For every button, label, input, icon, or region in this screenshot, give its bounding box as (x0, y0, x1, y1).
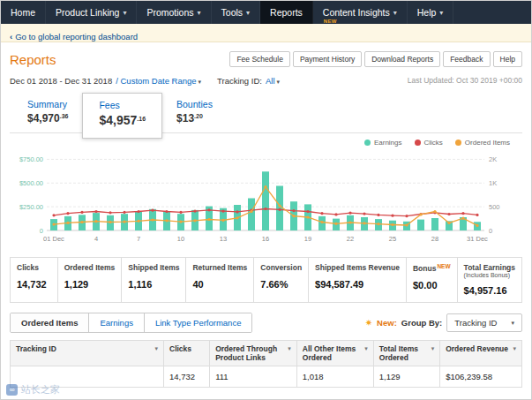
custom-date-range-dropdown[interactable]: / Custom Date Range▾ (116, 76, 201, 86)
amount: 13 (183, 112, 194, 125)
nav-reports[interactable]: Reports (260, 1, 313, 24)
table-row[interactable]: 14,732 111 1,018 1,129 $106,239.58 (11, 366, 522, 388)
new-badge: NEW (437, 263, 450, 269)
svg-text:0: 0 (489, 227, 492, 235)
stat-value: $4,957.16 (464, 285, 515, 296)
legend-ordered-items-label: Ordered Items (465, 139, 510, 147)
group-by-select[interactable]: Tracking ID▾ (446, 313, 522, 332)
global-dashboard-bar: ‹Go to global reporting dashboard (1, 24, 531, 42)
cell-all-other-items-ordered: 1,018 (296, 366, 373, 388)
tab-link-type-performance[interactable]: Link Type Performance (145, 313, 252, 332)
fees-tab-value: $4,957.16 (99, 113, 146, 127)
new-badge: NEW (324, 19, 337, 24)
stat-label: Returned Items (192, 263, 247, 272)
payment-history-button[interactable]: Payment History (293, 51, 362, 67)
nav-tools[interactable]: Tools▾ (212, 1, 261, 24)
tracking-id-value: All (266, 76, 275, 86)
caret-down-icon: ▾ (154, 345, 158, 353)
svg-text:2K: 2K (489, 155, 497, 163)
top-navigation: Home Product Linking▾ Promotions▾ Tools▾… (1, 1, 531, 24)
new-sparkle-icon: ✷ (365, 318, 372, 328)
earnings-chart-area: Earnings Clicks Ordered Items 00$250.005… (10, 137, 522, 252)
svg-text:4: 4 (94, 235, 98, 243)
feedback-button[interactable]: Feedback (443, 51, 490, 67)
stat-bonus: BonusNEW $0.00 (407, 258, 458, 302)
tracking-id-dropdown[interactable]: All▾ (266, 76, 280, 86)
col-all-other-items-ordered[interactable]: All Other Items Ordered▾ (296, 341, 373, 366)
col-ordered-revenue[interactable]: Ordered Revenue▾ (440, 341, 522, 366)
caret-down-icon: ▾ (513, 345, 516, 353)
report-tabs-row: Ordered Items Earnings Link Type Perform… (10, 313, 522, 333)
summary-tab-value: $4,970.36 (27, 112, 68, 125)
cents: .20 (194, 113, 203, 119)
caret-down-icon: ▾ (198, 9, 201, 17)
svg-text:25: 25 (389, 235, 396, 243)
caret-down-icon: ▾ (431, 345, 435, 362)
caret-down-icon: ▾ (288, 345, 291, 362)
stat-label: Clicks (17, 263, 39, 272)
summary-stats-bar: Clicks 14,732 Ordered Items 1,129 Shippe… (10, 257, 522, 303)
nav-content-insights-label: Content Insights (323, 7, 390, 18)
nav-product-linking[interactable]: Product Linking▾ (46, 1, 137, 24)
global-dashboard-link[interactable]: ‹Go to global reporting dashboard (10, 32, 138, 42)
fee-schedule-button[interactable]: Fee Schedule (229, 51, 289, 67)
ordered-items-table: Tracking ID▾ Clicks Ordered Through Prod… (10, 340, 522, 388)
group-by-value: Tracking ID (454, 318, 497, 328)
col-label: Ordered Through Product Links (215, 344, 286, 362)
legend-ordered-items[interactable]: Ordered Items (455, 139, 510, 147)
caret-down-icon: ▾ (439, 9, 443, 17)
col-clicks[interactable]: Clicks (164, 341, 210, 366)
stat-value: 14,732 (17, 279, 51, 290)
reports-content: Reports Fee Schedule Payment History Dow… (1, 42, 531, 388)
tab-fees[interactable]: Fees $4,957.16 (82, 93, 162, 139)
clicks-dot-icon (415, 140, 421, 146)
bounties-tab-value: $13.20 (176, 112, 213, 125)
nav-help[interactable]: Help▾ (408, 1, 454, 24)
caret-down-icon: ▾ (364, 345, 368, 362)
caret-down-icon: ▾ (511, 320, 514, 327)
col-total-items-ordered[interactable]: Total Items Ordered▾ (373, 341, 439, 366)
back-arrow-icon: ‹ (10, 32, 12, 42)
caret-down-icon: ▾ (277, 79, 281, 85)
svg-text:$250.00: $250.00 (19, 203, 43, 211)
last-updated-text: Last Updated: Oct 30 2019 +00:00 (408, 76, 522, 85)
custom-date-range-label: / Custom Date Range (116, 76, 196, 86)
summary-tab-row: Summary $4,970.36 Fees $4,957.16 Bountie… (10, 91, 522, 133)
legend-clicks[interactable]: Clicks (415, 139, 443, 147)
svg-text:01 Dec: 01 Dec (43, 235, 64, 243)
stat-conversion: Conversion 7.66% (254, 258, 309, 302)
legend-earnings[interactable]: Earnings (364, 139, 402, 147)
stat-returned-items: Returned Items 40 (186, 258, 254, 302)
tab-earnings[interactable]: Earnings (89, 313, 145, 332)
svg-text:1K: 1K (489, 179, 497, 187)
header-button-group: Fee Schedule Payment History Download Re… (229, 51, 522, 67)
tab-bounties[interactable]: Bounties $13.20 (162, 95, 227, 132)
nav-content-insights[interactable]: Content Insights▾NEW (313, 1, 408, 24)
page-title: Reports (10, 52, 56, 67)
cell-ordered-through-product-links: 111 (210, 366, 297, 388)
cell-tracking-id (11, 366, 164, 388)
earnings-dot-icon (364, 140, 371, 146)
col-ordered-through-product-links[interactable]: Ordered Through Product Links▾ (210, 341, 297, 366)
download-reports-button[interactable]: Download Reports (364, 51, 440, 67)
col-label: Clicks (169, 344, 191, 353)
col-label: Tracking ID (16, 344, 56, 353)
legend-earnings-label: Earnings (374, 139, 402, 147)
date-range-value: Dec 01 2018 - Dec 31 2018 (10, 76, 112, 86)
col-label: Total Items Ordered (379, 344, 430, 362)
stat-label: Conversion (260, 263, 302, 272)
nav-promotions[interactable]: Promotions▾ (137, 1, 211, 24)
tab-ordered-items[interactable]: Ordered Items (11, 313, 89, 332)
col-label: All Other Items Ordered (303, 344, 363, 362)
stat-label: Shipped Items (128, 263, 179, 272)
svg-text:13: 13 (220, 235, 227, 243)
tab-summary[interactable]: Summary $4,970.36 (13, 95, 82, 132)
nav-home[interactable]: Home (1, 1, 46, 24)
reports-header: Reports Fee Schedule Payment History Dow… (10, 48, 522, 71)
caret-down-icon: ▾ (199, 79, 202, 85)
svg-text:19: 19 (304, 235, 311, 243)
svg-text:28: 28 (431, 235, 438, 243)
help-button[interactable]: Help (493, 51, 522, 67)
col-tracking-id[interactable]: Tracking ID▾ (11, 341, 164, 366)
nav-reports-label: Reports (270, 7, 303, 18)
